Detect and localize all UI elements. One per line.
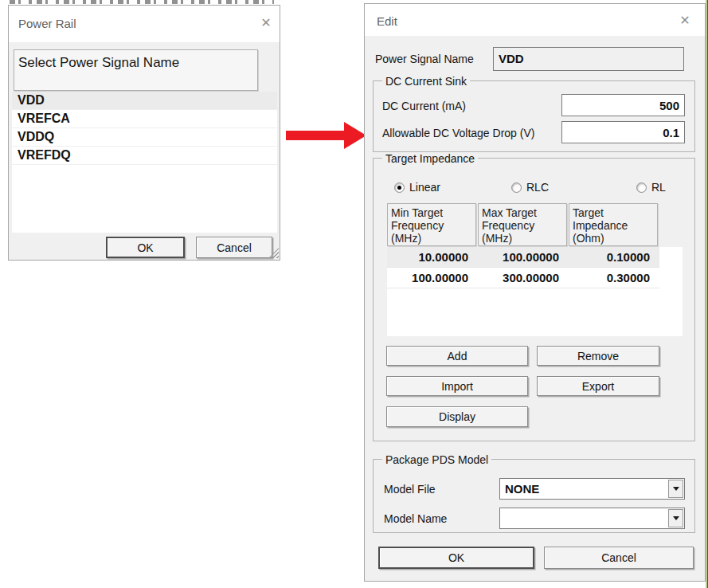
model-file-dropdown[interactable]: NONE xyxy=(499,478,685,500)
package-pds-model-group-label: Package PDS Model xyxy=(382,453,491,466)
cell-max-freq: 300.00000 xyxy=(478,268,569,288)
column-header-max-freq[interactable]: Max Target Frequency (MHz) xyxy=(478,203,567,246)
dc-current-sink-group-label: DC Current Sink xyxy=(382,75,470,88)
column-header-min-freq[interactable]: Min Target Frequency (MHz) xyxy=(387,203,476,246)
power-signal-name-row: Power Signal Name VDD xyxy=(375,47,694,71)
dc-current-sink-group: DC Current Sink DC Current (mA) Allowabl… xyxy=(373,80,695,152)
edit-titlebar[interactable] xyxy=(365,4,705,36)
chevron-down-icon[interactable] xyxy=(668,480,683,498)
cell-min-freq: 100.00000 xyxy=(387,268,478,288)
table-row[interactable]: 100.00000 300.00000 0.30000 xyxy=(387,268,659,288)
list-item-vrefdq[interactable]: VREFDQ xyxy=(12,147,277,165)
screenshot-stage: Power Rail ✕ Select Power Signal Name VD… xyxy=(0,0,708,588)
radio-rl[interactable]: RL xyxy=(636,181,666,194)
ok-button[interactable]: OK xyxy=(378,547,534,569)
dc-current-input[interactable] xyxy=(561,94,685,116)
package-pds-model-group: Package PDS Model Model File NONE Model … xyxy=(373,459,695,533)
close-icon[interactable]: ✕ xyxy=(257,14,275,32)
add-button[interactable]: Add xyxy=(386,346,528,366)
red-arrow-shape xyxy=(286,122,366,149)
impedance-type-radio-row: Linear RLC RL xyxy=(374,181,694,194)
red-arrow-icon xyxy=(284,121,368,150)
power-signal-name-field: VDD xyxy=(493,47,684,71)
edit-title: Edit xyxy=(377,14,397,28)
export-button[interactable]: Export xyxy=(537,376,659,396)
close-icon[interactable]: ✕ xyxy=(676,12,694,29)
cell-max-freq: 100.00000 xyxy=(478,247,569,267)
display-button[interactable]: Display xyxy=(386,406,528,427)
voltage-drop-input[interactable] xyxy=(561,121,685,143)
list-item-vddq[interactable]: VDDQ xyxy=(12,128,277,147)
radio-rlc[interactable]: RLC xyxy=(511,181,549,194)
radio-button-icon xyxy=(511,182,522,193)
table-row[interactable]: 10.00000 100.00000 0.10000 xyxy=(387,247,659,268)
cell-impedance: 0.30000 xyxy=(569,268,659,288)
model-name-label: Model Name xyxy=(384,512,447,525)
target-impedance-group-label: Target Impedance xyxy=(382,152,478,165)
impedance-table-header-row: Min Target Frequency (MHz) Max Target Fr… xyxy=(387,203,658,246)
cell-min-freq: 10.00000 xyxy=(387,247,478,267)
cancel-button[interactable]: Cancel xyxy=(544,547,694,569)
model-file-value: NONE xyxy=(505,482,539,496)
radio-linear[interactable]: Linear xyxy=(394,181,440,194)
power-signal-name-label: Power Signal Name xyxy=(375,53,474,65)
remove-button[interactable]: Remove xyxy=(537,346,659,366)
column-header-target-impedance[interactable]: Target Impedance (Ohm) xyxy=(569,203,658,246)
power-rail-dialog: Power Rail ✕ Select Power Signal Name VD… xyxy=(8,5,280,261)
target-impedance-group: Target Impedance Linear RLC RL Min Targe… xyxy=(373,158,695,441)
cancel-button[interactable]: Cancel xyxy=(196,237,272,258)
cell-impedance: 0.10000 xyxy=(569,247,659,267)
power-signal-list: VDD VREFCA VDDQ VREFDQ xyxy=(12,92,277,233)
edit-dialog: Edit ✕ Power Signal Name VDD DC Current … xyxy=(364,3,706,582)
radio-button-icon xyxy=(636,182,647,193)
ok-button[interactable]: OK xyxy=(106,237,185,258)
impedance-table: 10.00000 100.00000 0.10000 100.00000 300… xyxy=(387,247,683,336)
radio-rl-label: RL xyxy=(651,181,666,194)
voltage-drop-label: Allowable DC Voltage Drop (V) xyxy=(382,127,534,139)
import-button[interactable]: Import xyxy=(386,376,528,396)
signal-list-column-header[interactable]: Select Power Signal Name xyxy=(14,49,258,91)
dc-current-label: DC Current (mA) xyxy=(382,100,466,112)
model-name-dropdown[interactable] xyxy=(499,508,685,529)
list-item-vdd[interactable]: VDD xyxy=(12,92,277,110)
power-rail-title: Power Rail xyxy=(18,17,76,30)
list-item-vrefca[interactable]: VREFCA xyxy=(12,110,277,128)
background-window-artifact-top xyxy=(10,0,274,4)
chevron-down-icon[interactable] xyxy=(668,509,683,527)
radio-rlc-label: RLC xyxy=(526,181,549,194)
model-file-label: Model File xyxy=(384,483,436,496)
radio-linear-label: Linear xyxy=(409,181,440,194)
radio-button-icon xyxy=(394,182,405,193)
